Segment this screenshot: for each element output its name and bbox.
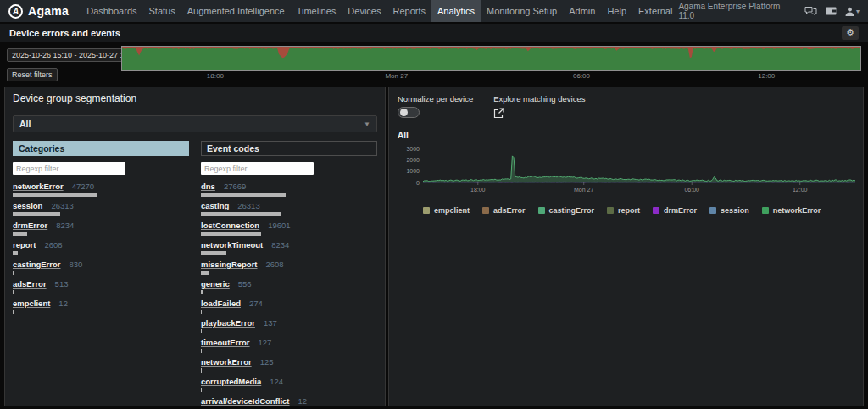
facet-item[interactable]: drmError8234: [13, 221, 189, 236]
nav-item-status[interactable]: Status: [143, 0, 181, 22]
nav-item-monitoring-setup[interactable]: Monitoring Setup: [481, 0, 563, 22]
svg-text:0: 0: [416, 180, 420, 186]
facet-bar: [13, 193, 97, 197]
legend-item-session[interactable]: session: [709, 206, 749, 215]
facet-bar: [13, 310, 14, 314]
user-menu[interactable]: ▾: [845, 7, 860, 16]
facet-bar: [201, 193, 286, 197]
categories-list: networkError47270session26313drmError823…: [13, 182, 189, 314]
facet-label: casting: [201, 201, 229, 210]
facet-item[interactable]: arrival/deviceIdConflict12: [201, 396, 377, 406]
facet-label: timeoutError: [201, 338, 250, 347]
facet-item[interactable]: networkError47270: [13, 182, 189, 197]
brand[interactable]: A Agama: [8, 4, 69, 19]
facet-bar: [201, 310, 202, 314]
event-codes-header[interactable]: Event codes: [201, 141, 377, 156]
chevron-down-icon: ▼: [364, 120, 370, 128]
nav-item-external[interactable]: External: [632, 0, 678, 22]
svg-text:Mon 27: Mon 27: [574, 187, 593, 193]
facet-item[interactable]: timeoutError127: [201, 338, 377, 353]
facet-item[interactable]: empclient12: [13, 299, 189, 314]
facet-label: castingError: [13, 260, 61, 269]
facet-label: dns: [201, 182, 215, 191]
chat-icon[interactable]: [804, 6, 817, 16]
agama-logo-icon: A: [8, 4, 23, 19]
legend-item-report[interactable]: report: [607, 206, 640, 215]
legend-swatch-icon: [762, 207, 769, 214]
segmentation-panel: Device group segmentation All ▼ Categori…: [4, 87, 386, 406]
time-range-strip-chart[interactable]: [121, 46, 861, 71]
facet-label: networkTimeout: [201, 240, 263, 249]
facet-item[interactable]: missingReport2608: [201, 260, 377, 275]
facet-label: missingReport: [201, 260, 258, 269]
legend-item-adserror[interactable]: adsError: [482, 206, 526, 215]
facet-label: session: [13, 201, 42, 210]
strip-axis-tick: Mon 27: [385, 72, 408, 80]
filter-row: 2025-10-26 15:10 - 2025-10-27 15:10 Rese…: [0, 42, 868, 83]
categories-filter-input[interactable]: [13, 162, 125, 175]
reset-filters-button[interactable]: Reset filters: [7, 68, 58, 81]
facet-count: 556: [238, 279, 252, 289]
nav-item-reports[interactable]: Reports: [387, 0, 431, 22]
categories-column: Categories networkError47270session26313…: [13, 141, 189, 406]
facet-item[interactable]: generic556: [201, 279, 377, 294]
facet-item[interactable]: casting26313: [201, 201, 377, 216]
normalize-label: Normalize per device: [398, 94, 473, 104]
legend-item-drmerror[interactable]: drmError: [653, 206, 697, 215]
facet-count: 8234: [56, 221, 74, 230]
facet-item[interactable]: dns27669: [201, 182, 377, 197]
nav-item-timelines[interactable]: Timelines: [291, 0, 342, 22]
normalize-control: Normalize per device: [398, 94, 473, 122]
facet-item[interactable]: lostConnection19601: [201, 221, 377, 236]
facet-label: empclient: [13, 299, 50, 308]
platform-version-label: Agama Enterprise Platform 11.0: [678, 2, 796, 20]
facet-label: loadFailed: [201, 299, 241, 308]
facet-item[interactable]: report2608: [13, 240, 189, 255]
facet-item[interactable]: adsError513: [13, 279, 189, 294]
legend-swatch-icon: [538, 207, 545, 214]
settings-button[interactable]: ⚙: [842, 26, 859, 40]
events-detail-panel: Normalize per device Explore matching de…: [388, 87, 864, 406]
event-codes-filter-input[interactable]: [201, 162, 314, 175]
facet-bar: [201, 251, 226, 255]
nav-item-augmented-intelligence[interactable]: Augmented Intelligence: [181, 0, 291, 22]
facet-label: arrival/deviceIdConflict: [201, 396, 290, 406]
facet-count: 125: [260, 357, 274, 367]
explore-matching-devices-button[interactable]: [493, 107, 585, 122]
event-codes-column: Event codes dns27669casting26313lostConn…: [201, 141, 377, 406]
legend-label: drmError: [664, 206, 697, 215]
facet-bar: [201, 349, 202, 353]
svg-text:1000: 1000: [406, 168, 420, 174]
facet-item[interactable]: corruptedMedia124: [201, 377, 377, 392]
facet-item[interactable]: castingError830: [13, 260, 189, 275]
facet-item[interactable]: networkTimeout8234: [201, 240, 377, 255]
legend-item-networkerror[interactable]: networkError: [762, 206, 821, 215]
wallet-icon[interactable]: [826, 7, 837, 15]
event-codes-list: dns27669casting26313lostConnection19601n…: [201, 182, 377, 406]
facet-bar: [201, 388, 202, 392]
facet-count: 47270: [72, 182, 94, 191]
nav-item-dashboards[interactable]: Dashboards: [81, 0, 142, 22]
strip-axis-tick: 06:00: [573, 72, 590, 80]
facet-count: 8234: [271, 240, 289, 249]
events-chart-title: All: [398, 131, 854, 140]
facet-item[interactable]: loadFailed274: [201, 299, 377, 314]
facet-item[interactable]: session26313: [13, 201, 189, 216]
brand-name: Agama: [28, 4, 69, 18]
chart-legend: empclientadsErrorcastingErrorreportdrmEr…: [423, 206, 854, 215]
svg-text:2000: 2000: [406, 157, 420, 163]
nav-item-analytics[interactable]: Analytics: [431, 0, 481, 22]
normalize-toggle[interactable]: [398, 107, 420, 118]
nav-item-devices[interactable]: Devices: [342, 0, 387, 22]
legend-item-empclient[interactable]: empclient: [423, 206, 470, 215]
facet-item[interactable]: networkError125: [201, 357, 377, 373]
nav-item-admin[interactable]: Admin: [563, 0, 601, 22]
legend-item-castingerror[interactable]: castingError: [538, 206, 595, 215]
nav-item-help[interactable]: Help: [601, 0, 632, 22]
device-group-select[interactable]: All ▼: [13, 115, 377, 132]
categories-header[interactable]: Categories: [13, 141, 189, 156]
events-over-time-chart[interactable]: 010002000300018:00Mon 2706:0012:00: [398, 140, 860, 196]
legend-label: adsError: [493, 206, 526, 215]
facet-count: 12: [58, 299, 68, 308]
facet-item[interactable]: playbackError137: [201, 318, 377, 333]
